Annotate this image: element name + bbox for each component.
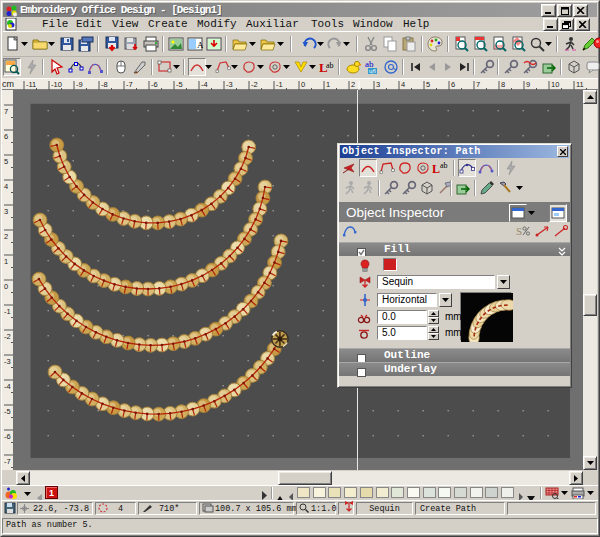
svg-text:-5: -5	[4, 407, 11, 416]
svg-text:-4: -4	[4, 382, 11, 391]
svg-text:-7: -7	[126, 80, 133, 89]
svg-text:10: 10	[551, 80, 559, 89]
svg-text:2: 2	[4, 232, 8, 241]
svg-text:4: 4	[4, 182, 8, 191]
svg-text:6: 6	[451, 80, 455, 89]
svg-text:-9: -9	[76, 80, 83, 89]
svg-text:1: 1	[4, 257, 8, 266]
svg-text:-6: -6	[4, 432, 11, 441]
svg-text:-6: -6	[151, 80, 158, 89]
svg-text:L: L	[432, 162, 440, 176]
svg-text:8: 8	[501, 80, 505, 89]
svg-text:5: 5	[426, 80, 430, 89]
svg-text:S: S	[516, 225, 522, 237]
svg-text:-10: -10	[51, 80, 62, 89]
svg-text:4: 4	[401, 80, 405, 89]
svg-text:-8: -8	[101, 80, 108, 89]
svg-text:-7: -7	[4, 457, 11, 466]
svg-text:7: 7	[4, 107, 8, 116]
svg-text:9: 9	[526, 80, 530, 89]
svg-text:0: 0	[301, 80, 305, 89]
svg-text:-3: -3	[226, 80, 233, 89]
svg-text:5: 5	[4, 157, 8, 166]
svg-text:3: 3	[376, 80, 380, 89]
svg-text:-11: -11	[26, 80, 36, 89]
svg-text:1: 1	[326, 80, 330, 89]
svg-text:2: 2	[351, 80, 355, 89]
svg-text:A: A	[197, 40, 203, 50]
svg-text:6: 6	[4, 132, 8, 141]
svg-text:-3: -3	[4, 357, 11, 366]
svg-text:ab: ab	[326, 61, 334, 70]
svg-text:ab: ab	[440, 161, 448, 170]
svg-text:-2: -2	[251, 80, 258, 89]
svg-text:7: 7	[476, 80, 480, 89]
svg-text:цб: цб	[369, 68, 376, 74]
svg-text:-4: -4	[201, 80, 208, 89]
svg-text:-2: -2	[4, 332, 11, 341]
svg-text:0: 0	[4, 282, 8, 291]
svg-text:-1: -1	[276, 80, 283, 89]
svg-text:3: 3	[4, 207, 8, 216]
svg-text:-5: -5	[176, 80, 183, 89]
svg-text:11: 11	[576, 80, 584, 89]
svg-text:-1: -1	[4, 307, 11, 316]
